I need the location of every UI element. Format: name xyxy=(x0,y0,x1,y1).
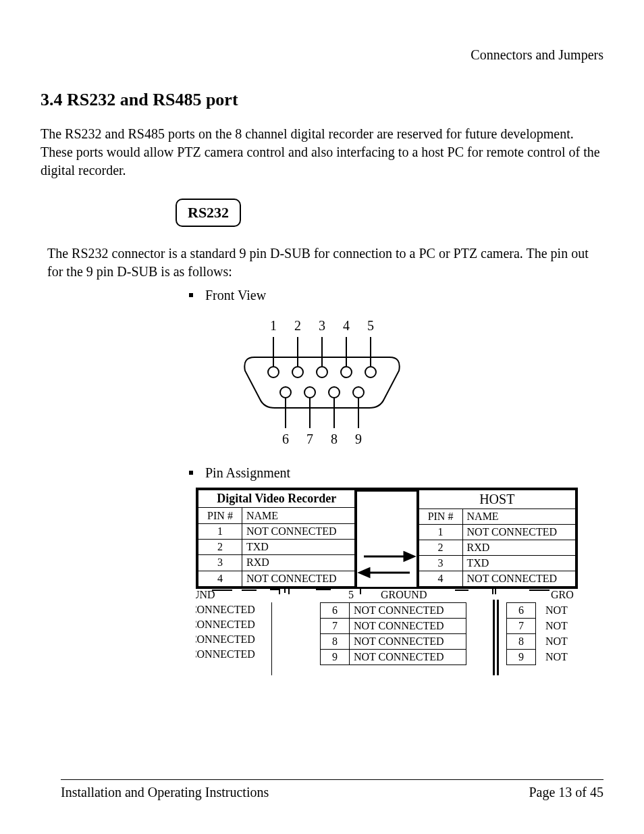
col-name: NAME xyxy=(462,509,575,525)
arrow-column xyxy=(355,490,418,587)
footer-separator xyxy=(61,779,603,780)
host-title: HOST xyxy=(419,490,575,509)
table-cell: TXD xyxy=(462,556,575,571)
fragment-border xyxy=(497,600,499,675)
col-name: NAME xyxy=(242,508,355,523)
rs232-label-box: RS232 xyxy=(176,199,241,227)
svg-point-4 xyxy=(365,367,376,377)
table-cell: 9 xyxy=(507,650,536,665)
fragment-text: CONNECTED xyxy=(196,604,255,615)
table-cell: 4 xyxy=(198,571,242,586)
pin-label-7: 7 xyxy=(306,432,313,446)
svg-marker-19 xyxy=(404,552,414,561)
dvr-table: Digital Video Recorder PIN # NAME 1NOT C… xyxy=(198,490,355,587)
table-cell: NOT CONNECTED xyxy=(242,571,355,586)
page-header: Connectors and Jumpers xyxy=(41,47,603,63)
pin-label-5: 5 xyxy=(367,318,374,333)
table-cell: 9 xyxy=(321,650,350,665)
fragment-column: ' CONNECTED ' CONNECTED ' CONNECTED ' CO… xyxy=(196,602,259,662)
table-cell: NOT CONNECTED xyxy=(350,619,466,634)
bullet-pin-assignment-label: Pin Assignment xyxy=(205,465,290,481)
table-cell: 2 xyxy=(419,540,462,556)
table-cell: 1 xyxy=(198,523,242,539)
fragment-table: 6NOT CONNECTED 7NOT CONNECTED 8NOT CONNE… xyxy=(320,602,466,665)
table-cell: RXD xyxy=(462,540,575,556)
svg-point-3 xyxy=(341,367,352,377)
fragment-border xyxy=(493,600,495,675)
col-pin: PIN # xyxy=(198,508,242,523)
pin-label-4: 4 xyxy=(343,318,350,333)
table-cell: 4 xyxy=(419,571,462,587)
pin-assignment-table: Digital Video Recorder PIN # NAME 1NOT C… xyxy=(196,488,603,710)
host-table: HOST PIN # NAME 1NOT CONNECTED 2RXD 3TXD… xyxy=(419,490,576,587)
table-cell: RXD xyxy=(242,555,355,571)
fragment-text: CONNECTED xyxy=(196,648,255,660)
table-cell: NOT CONNECTED xyxy=(350,634,466,650)
svg-point-7 xyxy=(329,387,340,398)
footer-left: Installation and Operating Instructions xyxy=(61,785,269,800)
bullet-square-icon xyxy=(189,471,193,475)
pin-label-2: 2 xyxy=(294,318,301,333)
col-pin: PIN # xyxy=(419,509,462,525)
table-cell: 6 xyxy=(321,603,350,619)
table-cell: 8 xyxy=(321,634,350,650)
svg-marker-21 xyxy=(360,569,369,577)
table-cell: NOT xyxy=(536,650,572,665)
svg-point-5 xyxy=(280,387,291,398)
fragment-border xyxy=(271,602,272,675)
pin-label-1: 1 xyxy=(270,318,277,333)
table-cell: NOT xyxy=(536,634,572,650)
fragment-text: CONNECTED xyxy=(196,633,255,645)
table-cell: TXD xyxy=(242,539,355,554)
intro-paragraph: The RS232 and RS485 ports on the 8 chann… xyxy=(41,125,603,180)
table-cell: 7 xyxy=(321,619,350,634)
table-cell: 6 xyxy=(507,603,536,619)
fragment-text: 5 xyxy=(348,589,354,601)
svg-point-0 xyxy=(268,367,279,377)
pin-label-6: 6 xyxy=(282,432,289,446)
table-cell: NOT xyxy=(536,603,572,619)
fragment-text: CONNECTED xyxy=(196,619,255,630)
svg-point-2 xyxy=(317,367,327,377)
pin-label-3: 3 xyxy=(319,318,325,333)
pin-label-9: 9 xyxy=(355,432,362,446)
table-cell: NOT CONNECTED xyxy=(350,603,466,619)
table-cell: 8 xyxy=(507,634,536,650)
table-cell: NOT CONNECTED xyxy=(462,571,575,587)
table-cell: NOT CONNECTED xyxy=(462,525,575,540)
fragment-text: GRO xyxy=(551,589,574,601)
fragment-table: 6NOT 7NOT 8NOT 9NOT xyxy=(506,602,572,665)
arrows-icon xyxy=(357,550,417,583)
pin-label-8: 8 xyxy=(331,432,338,446)
page-footer: Installation and Operating Instructions … xyxy=(61,785,603,800)
footer-right: Page 13 of 45 xyxy=(529,785,603,800)
bullet-front-view-label: Front View xyxy=(205,288,266,303)
table-cell: 3 xyxy=(198,555,242,571)
section-title: 3.4 RS232 and RS485 port xyxy=(41,90,603,110)
bullet-pin-assignment: Pin Assignment xyxy=(189,465,603,481)
db9-connector-diagram: 1 2 3 4 5 6 7 8 9 xyxy=(234,310,410,452)
table-cell: NOT CONNECTED xyxy=(242,523,355,539)
bullet-square-icon xyxy=(189,293,193,297)
table-cell: NOT xyxy=(536,619,572,634)
bullet-front-view: Front View xyxy=(189,288,603,303)
table-cell: 7 xyxy=(507,619,536,634)
svg-point-6 xyxy=(304,387,315,398)
svg-point-8 xyxy=(353,387,364,398)
broken-table-overlay: UND 5 GROUND GRO ' CONNECTED xyxy=(196,588,603,682)
fragment-text: GROUND xyxy=(381,589,427,601)
table-cell: 2 xyxy=(198,539,242,554)
table-cell: 3 xyxy=(419,556,462,571)
table-cell: 1 xyxy=(419,525,462,540)
dvr-title: Digital Video Recorder xyxy=(198,490,355,508)
table-cell: NOT CONNECTED xyxy=(350,650,466,665)
rs232-description: The RS232 connector is a standard 9 pin … xyxy=(47,244,603,281)
svg-point-1 xyxy=(292,367,303,377)
